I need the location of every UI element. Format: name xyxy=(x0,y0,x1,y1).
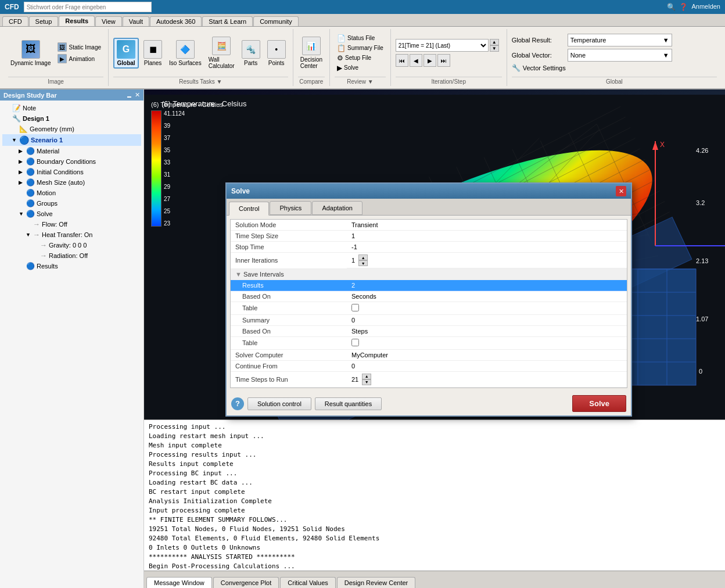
legend-val-39: 39 xyxy=(164,123,185,129)
legend-val-25: 25 xyxy=(164,208,185,214)
dialog-tab-control[interactable]: Control xyxy=(229,202,269,216)
help-icon[interactable]: ? xyxy=(231,397,244,410)
tree-item-boundary-conditions[interactable]: ▶ 🔵 Boundary Conditions xyxy=(2,156,141,167)
btn-global[interactable]: G Global xyxy=(113,38,139,69)
btn-status-file[interactable]: 📄Status File xyxy=(335,34,386,43)
global-result-dropdown[interactable]: Temperature ▼ xyxy=(568,34,672,46)
legend-val-max: 41.1124 xyxy=(164,110,185,117)
table-checkbox-2[interactable] xyxy=(351,339,359,346)
row-results[interactable]: Results 2 xyxy=(231,279,627,291)
ribbon-group-global: Global Result: Temperature ▼ Global Vect… xyxy=(507,29,722,86)
inner-iter-down[interactable]: ▼ xyxy=(358,260,368,266)
nav-icon-2: ❓ xyxy=(679,3,688,11)
btn-dynamic-image[interactable]: 🖼 Dynamic Image xyxy=(8,39,53,67)
tab-critical-values[interactable]: Critical Values xyxy=(280,577,336,588)
iter-btn-prev[interactable]: ◀ xyxy=(410,54,422,67)
ribbon-group-label: Results Tasks ▼ xyxy=(113,77,288,85)
btn-static-image[interactable]: 🖼 Static Image xyxy=(55,42,103,52)
btn-planes[interactable]: ◼ Planes xyxy=(141,39,164,67)
btn-solve[interactable]: ▶Solve xyxy=(335,63,386,73)
tab-design-review-center[interactable]: Design Review Center xyxy=(337,577,415,588)
iteration-up[interactable]: ▲ xyxy=(490,39,499,45)
btn-points[interactable]: • Points xyxy=(265,39,288,67)
row-table-1: Table xyxy=(231,302,627,314)
tree-item-szenario[interactable]: ▼ 🔵 Szenario 1 xyxy=(2,134,141,146)
panel-minimize-btn[interactable]: 🗕 xyxy=(126,91,132,99)
tab-view[interactable]: View xyxy=(95,16,122,26)
tree-area: 📝 Note 🔧 Design 1 📐 Geometry (mm) ▼ 🔵 Sz… xyxy=(0,101,143,588)
dialog-tabs: Control Physics Adaptation xyxy=(227,199,631,216)
global-vector-dropdown[interactable]: None ▼ xyxy=(568,49,672,62)
row-time-steps-to-run: Time Steps to Run 21 ▲ ▼ xyxy=(231,371,627,388)
tree-item-groups[interactable]: 🔵 Groups xyxy=(2,198,141,209)
tab-convergence-plot[interactable]: Convergence Plot xyxy=(213,577,279,588)
iteration-select[interactable]: 21[Time = 21] (Last) xyxy=(396,39,489,52)
tab-setup[interactable]: Setup xyxy=(29,16,59,26)
btn-decision-center[interactable]: 📊 DecisionCenter xyxy=(298,35,325,70)
tab-cfd[interactable]: CFD xyxy=(2,16,28,26)
legend-val-37: 37 xyxy=(164,135,185,141)
row-continue-from: Continue From 0 xyxy=(231,360,627,371)
search-input[interactable] xyxy=(24,2,152,12)
timesteps-up[interactable]: ▲ xyxy=(362,374,371,379)
row-time-step-size: Time Step Size 1 xyxy=(231,231,627,242)
btn-setup-file[interactable]: ⚙Setup File xyxy=(335,53,386,63)
tree-item-note[interactable]: 📝 Note xyxy=(2,103,141,113)
iter-btn-end[interactable]: ⏭ xyxy=(437,54,450,67)
tab-results[interactable]: Results xyxy=(59,16,95,26)
tab-start-learn[interactable]: Start & Learn xyxy=(202,16,253,26)
tab-community[interactable]: Community xyxy=(253,16,299,26)
tree-item-material[interactable]: ▶ 🔵 Material xyxy=(2,146,141,156)
result-quantities-btn[interactable]: Result quantities xyxy=(315,397,382,410)
row-based-on-2: Based On Steps xyxy=(231,325,627,336)
row-table-2: Table xyxy=(231,336,627,349)
tree-item-gravity[interactable]: → Gravity: 0 0 0 xyxy=(2,240,141,250)
console-area: Processing input ... Loading restart mes… xyxy=(144,420,725,571)
tree-item-flow[interactable]: → Flow: Off xyxy=(2,219,141,230)
legend-val-27: 27 xyxy=(164,196,185,202)
btn-vector-settings[interactable]: 🔧 Vector Settings xyxy=(512,64,717,72)
tab-vault[interactable]: Vault xyxy=(123,16,149,26)
btn-parts[interactable]: 🔩 Parts xyxy=(239,39,263,67)
dialog-tab-physics[interactable]: Physics xyxy=(270,201,311,215)
tab-message-window[interactable]: Message Window xyxy=(146,577,212,588)
tree-item-mesh-size[interactable]: ▶ 🔵 Mesh Size (auto) xyxy=(2,177,141,188)
dialog-close-btn[interactable]: ✕ xyxy=(616,186,626,196)
iter-btn-play[interactable]: ▶ xyxy=(423,54,436,67)
ribbon-group-iteration: 21[Time = 21] (Last) ▲ ▼ ⏮ ◀ ▶ ⏭ Iterati… xyxy=(391,29,507,86)
left-panel: Design Study Bar 🗕 ✕ 📝 Note 🔧 Design 1 📐 xyxy=(0,89,144,588)
btn-summary-file[interactable]: 📋Summary File xyxy=(335,44,386,53)
console-line: Results input complete xyxy=(149,460,720,469)
left-panel-header: Design Study Bar 🗕 ✕ xyxy=(0,89,143,101)
top-nav-bar: CFD 🔍 ❓ Anmelden xyxy=(0,0,725,14)
inner-iter-up[interactable]: ▲ xyxy=(358,254,368,260)
tree-item-results[interactable]: 🔵 Results xyxy=(2,261,141,271)
tab-autodesk360[interactable]: Autodesk 360 xyxy=(150,16,202,26)
tree-item-motion[interactable]: 🔵 Motion xyxy=(2,188,141,198)
btn-animation[interactable]: ▶ Animation xyxy=(55,53,103,64)
btn-wall-calculator[interactable]: 🧮 WallCalculator xyxy=(206,35,237,70)
tree-item-radiation[interactable]: → Radiation: Off xyxy=(2,250,141,261)
tree-item-heat-transfer[interactable]: ▼ → Heat Transfer: On xyxy=(2,230,141,240)
solution-control-btn[interactable]: Solution control xyxy=(247,397,311,410)
legend-title: (6) Temperature - Celsius xyxy=(151,101,223,108)
btn-iso-surfaces[interactable]: 🔷 Iso Surfaces xyxy=(167,39,204,67)
tree-item-initial-conditions[interactable]: ▶ 🔵 Initial Conditions xyxy=(2,167,141,177)
row-based-on-1: Based On Seconds xyxy=(231,291,627,302)
solve-btn[interactable]: Solve xyxy=(572,395,626,412)
iter-btn-start[interactable]: ⏮ xyxy=(396,54,408,67)
tree-item-solve[interactable]: ▼ 🔵 Solve xyxy=(2,209,141,219)
timesteps-down[interactable]: ▼ xyxy=(362,379,371,385)
console-line: Begin Post-Processing Calculations ... xyxy=(149,562,720,571)
iteration-down[interactable]: ▼ xyxy=(490,45,499,52)
console-line: Processing results input ... xyxy=(149,450,720,460)
user-login[interactable]: Anmelden xyxy=(691,3,720,11)
tree-item-design1[interactable]: 🔧 Design 1 xyxy=(2,113,141,124)
panel-close-btn[interactable]: ✕ xyxy=(135,91,140,99)
dialog-tab-adaptation[interactable]: Adaptation xyxy=(312,201,362,215)
table-checkbox-1[interactable] xyxy=(351,304,359,311)
iteration-label: Iteration/Step xyxy=(396,77,502,85)
svg-text:2.13: 2.13 xyxy=(696,257,708,264)
tree-item-geometry[interactable]: 📐 Geometry (mm) xyxy=(2,124,141,134)
viewport: (6) Temperature - Celsius X 4.26 3.2 2.1… xyxy=(144,89,725,588)
